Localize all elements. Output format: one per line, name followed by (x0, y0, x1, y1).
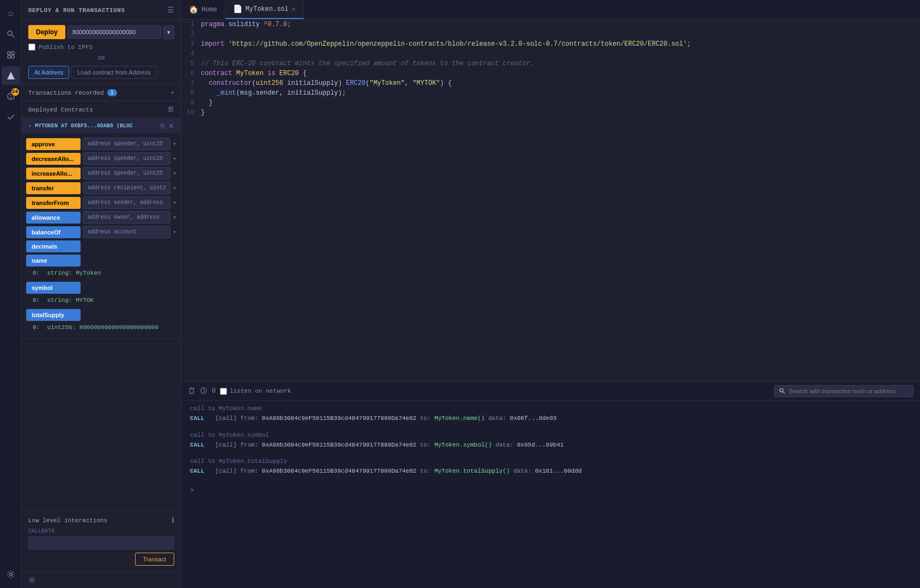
transactions-chevron-icon: ▾ (170, 89, 174, 96)
settings-row[interactable] (22, 571, 181, 588)
fn-output-symbol: 0: string: MYTOK (26, 296, 176, 307)
listen-network-checkbox[interactable] (220, 388, 227, 395)
svg-rect-4 (8, 55, 10, 58)
fn-chevron-increaseallo[interactable]: ▾ (173, 170, 176, 177)
terminal-search-icon (779, 388, 786, 394)
svg-point-9 (9, 573, 12, 576)
svg-point-0 (8, 31, 12, 35)
code-line-5: 5 // This ERC-20 contract mints the spec… (181, 59, 920, 69)
terminal-call-detail-name: CALL [call] from: 0xA98b3084c9eF58115B39… (190, 414, 911, 423)
tab-home[interactable]: 🏠 Home (181, 1, 225, 18)
low-level-title: Low level interactions (28, 517, 107, 524)
low-level-info-icon[interactable]: ℹ (171, 516, 174, 525)
functions-list: approve ▾ decreaseAllo... ▾ increaseAllo… (22, 133, 181, 338)
fn-button-increaseallo[interactable]: increaseAllo... (26, 168, 81, 180)
transactions-header-left: Transactions recorded 1 (28, 89, 117, 96)
sidebar-item-verify[interactable] (2, 108, 20, 126)
calldata-input[interactable] (28, 536, 174, 549)
fn-chevron-transfer[interactable]: ▾ (173, 184, 176, 191)
fn-button-totalsupply[interactable]: totalSupply (26, 309, 81, 321)
tab-mytoken-label: MyToken.sol (246, 5, 289, 13)
fn-button-name[interactable]: name (26, 255, 81, 267)
fn-chevron-transferfrom[interactable]: ▾ (173, 199, 176, 206)
low-level-section: Low level interactions ℹ CALLDATA Transa… (22, 510, 181, 571)
fn-button-transfer[interactable]: transfer (26, 182, 81, 194)
fn-params-increaseallo[interactable] (83, 167, 170, 180)
terminal-search-input[interactable] (789, 388, 909, 394)
terminal-clock-icon[interactable] (200, 387, 207, 396)
terminal-entry-name: call to MyToken.name CALL [call] from: 0… (190, 405, 911, 423)
fn-button-decreaseallo[interactable]: decreaseAllo... (26, 153, 81, 165)
fn-params-decreaseallo[interactable] (83, 152, 170, 165)
fn-output-totalsupply: 0: uint256: 8000000000000000000000 (26, 323, 176, 334)
terminal-count: 0 (212, 387, 216, 395)
fn-params-approve[interactable] (83, 138, 170, 150)
sidebar-item-deploy[interactable] (2, 66, 20, 85)
transactions-label: Transactions recorded (28, 90, 104, 96)
terminal-clear-icon[interactable] (188, 387, 195, 396)
code-line-7: 7 constructor(uint256 initialSupply) ERC… (181, 78, 920, 88)
publish-ipfs-checkbox[interactable] (28, 44, 35, 51)
fn-chevron-allowance[interactable]: ▾ (173, 214, 176, 221)
sidebar-item-search[interactable] (2, 25, 20, 44)
transactions-count-badge: 1 (107, 89, 117, 96)
trash-icon[interactable]: 🗑 (167, 106, 174, 114)
publish-ipfs-text: Publish to IPFS (39, 44, 93, 51)
fn-row-increaseallo: increaseAllo... ▾ (26, 167, 176, 180)
close-instance-icon[interactable]: ✕ (168, 122, 174, 130)
code-editor[interactable]: 1 pragma solidity ^0.7.0; 2 3 import 'ht… (181, 20, 920, 381)
terminal-area: 0 listen on network call to MyToken.name… (181, 381, 920, 588)
terminal-call-info-symbol: call to MyToken.symbol (190, 432, 911, 438)
fn-button-transferfrom[interactable]: transferFrom (26, 197, 81, 209)
fn-button-decimals[interactable]: decimals (26, 240, 81, 252)
deploy-button[interactable]: Deploy (28, 25, 65, 39)
code-line-2: 2 (181, 29, 920, 39)
tab-close-icon[interactable]: ✕ (292, 5, 296, 13)
sidebar-item-debug[interactable]: 24 (2, 87, 20, 106)
fn-params-transfer[interactable] (83, 182, 170, 194)
fn-chevron-balanceof[interactable]: ▾ (173, 228, 176, 236)
fn-button-allowance[interactable]: allowance (26, 212, 81, 224)
transact-button[interactable]: Transact (135, 553, 174, 566)
fn-row-transfer: transfer ▾ (26, 182, 176, 194)
fn-chevron-decreaseallo[interactable]: ▾ (173, 155, 176, 162)
svg-point-10 (31, 579, 33, 581)
sidebar-item-settings-bottom[interactable] (2, 565, 20, 584)
svg-line-1 (11, 35, 14, 38)
svg-rect-3 (11, 52, 14, 54)
copy-address-icon[interactable]: ⎘ (161, 122, 165, 130)
fn-chevron-approve[interactable]: ▾ (173, 140, 176, 147)
panel-header: DEPLOY & RUN TRANSACTIONS ☰ (22, 0, 181, 20)
file-tab-icon: 📄 (233, 4, 242, 14)
load-contract-button[interactable]: Load contract from Address (71, 66, 157, 79)
code-line-9: 9 } (181, 98, 920, 108)
deploy-value-input[interactable] (68, 26, 161, 39)
panel-menu-icon[interactable]: ☰ (167, 5, 174, 15)
svg-point-8 (10, 98, 11, 98)
publish-ipfs-label[interactable]: Publish to IPFS (28, 44, 93, 51)
fn-params-allowance[interactable] (83, 211, 170, 224)
at-address-button[interactable]: At Address (28, 66, 69, 79)
deploy-dropdown-button[interactable]: ▾ (163, 26, 174, 39)
sidebar-item-plugins[interactable] (2, 46, 20, 64)
fn-button-symbol[interactable]: symbol (26, 282, 81, 294)
fn-row-allowance: allowance ▾ (26, 211, 176, 224)
fn-output-name: 0: string: MyToken (26, 269, 176, 280)
icon-bar: ⌂ 24 (0, 0, 22, 588)
transactions-section-header[interactable]: Transactions recorded 1 ▾ (22, 85, 181, 101)
or-divider: OR (28, 55, 174, 61)
fn-params-balanceof[interactable] (83, 226, 170, 238)
code-line-10: 10 } (181, 108, 920, 117)
tab-mytoken[interactable]: 📄 MyToken.sol ✕ (225, 0, 304, 19)
fn-button-balanceof[interactable]: balanceOf (26, 226, 81, 238)
fn-params-transferfrom[interactable] (83, 196, 170, 209)
listen-network-label[interactable]: listen on network (220, 388, 291, 395)
terminal-call-detail-symbol: CALL [call] from: 0xA98b3084c9eF58115B39… (190, 441, 911, 450)
sidebar-item-home[interactable]: ⌂ (2, 4, 20, 23)
svg-rect-11 (190, 388, 194, 393)
contract-actions: ⎘ ✕ (161, 122, 174, 130)
contract-instance: ▾ MYTOKEN AT 0XBF5...0DAB8 (BLOC ⎘ ✕ app… (22, 119, 181, 339)
fn-button-approve[interactable]: approve (26, 138, 81, 150)
contract-instance-title: ▾ MYTOKEN AT 0XBF5...0DAB8 (BLOC (28, 123, 133, 129)
contract-instance-header[interactable]: ▾ MYTOKEN AT 0XBF5...0DAB8 (BLOC ⎘ ✕ (22, 119, 181, 133)
